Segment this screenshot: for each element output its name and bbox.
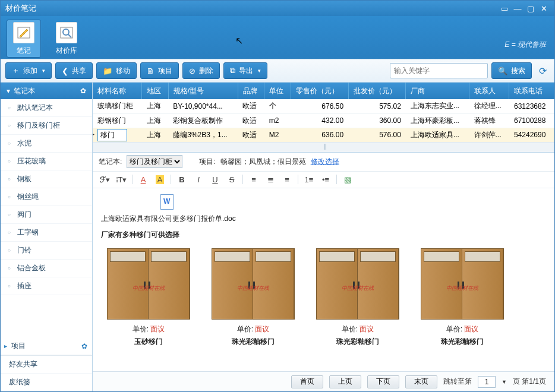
sidebar-item[interactable]: 工字钢 — [1, 224, 92, 242]
refresh-button[interactable]: ⟳ — [535, 64, 550, 78]
note-meta-bar: 笔记本: 移门及移门柜 项目: 畅馨园；凤凰城；假日景苑 修改选择 — [93, 153, 554, 172]
table-header[interactable]: 地区 — [142, 83, 169, 99]
sidebar-item-friendshare[interactable]: 好友共享 — [1, 356, 92, 374]
delete-button[interactable]: ⊘删除 — [182, 62, 220, 79]
highlight-button[interactable]: A — [154, 173, 166, 185]
table-header[interactable]: 批发价（元） — [348, 83, 406, 99]
maximize-button[interactable]: ▢ — [525, 4, 537, 13]
door-item[interactable]: 中国建材在线单价: 面议珠光彩釉移门 — [212, 248, 295, 347]
align-left-button[interactable]: ≡ — [248, 173, 260, 185]
project-value: 畅馨园；凤凰城；假日景苑 — [220, 157, 306, 167]
sidebar-item[interactable]: 水泥 — [1, 135, 92, 153]
table-header[interactable]: 联系电话 — [509, 83, 554, 99]
word-doc-icon[interactable] — [160, 194, 174, 210]
bold-button[interactable]: B — [176, 173, 188, 185]
search-input[interactable] — [390, 63, 488, 78]
tray-button[interactable]: ▭ — [499, 4, 510, 13]
main-area: ▾ 笔记本 ✿ 默认笔记本移门及移门柜水泥压花玻璃钢板钢丝绳阀门工字钢门铃铝合金… — [1, 83, 554, 391]
font-color-button[interactable]: A — [137, 173, 149, 185]
editor-body[interactable]: 上海欧适家具有限公司更多移门报价单.doc 厂家有多种移门可供选择 中国建材在线… — [93, 188, 554, 372]
table-row[interactable]: 玻璃移门柜上海BY-10,900*44...欧适个676.50575.02上海东… — [93, 99, 554, 113]
prev-page-button[interactable]: 上页 — [329, 375, 361, 388]
sidebar-header-notebook[interactable]: ▾ 笔记本 ✿ — [1, 83, 92, 99]
door-price: 单价: 面议 — [133, 324, 165, 334]
sidebar-item[interactable]: 钢丝绳 — [1, 188, 92, 206]
notebook-label: 笔记本: — [99, 157, 122, 167]
last-page-button[interactable]: 末页 — [405, 375, 437, 388]
sidebar-item[interactable]: 移门及移门柜 — [1, 117, 92, 135]
notebook-select[interactable]: 移门及移门柜 — [127, 155, 182, 168]
strikethrough-button[interactable]: S — [226, 173, 238, 185]
door-item[interactable]: 中国建材在线单价: 面议珠光彩釉移门 — [316, 248, 399, 347]
gear-icon[interactable]: ✿ — [80, 87, 86, 95]
add-button[interactable]: ＋添加▾ — [5, 62, 52, 79]
sidebar-item[interactable]: 钢板 — [1, 170, 92, 188]
search-icon: 🔍 — [498, 67, 507, 75]
sidebar-item[interactable]: 门铃 — [1, 242, 92, 260]
ribbon-tab-label: 笔记 — [17, 46, 31, 56]
table-header[interactable]: 厂商 — [406, 83, 469, 99]
modify-selection-link[interactable]: 修改选择 — [311, 157, 339, 167]
insert-image-button[interactable]: ▧ — [342, 173, 354, 185]
project-button[interactable]: 🗎项目 — [140, 62, 179, 79]
sidebar-list: 默认笔记本移门及移门柜水泥压花玻璃钢板钢丝绳阀门工字钢门铃铝合金板插座 — [1, 99, 92, 337]
sidebar-item-project[interactable]: 项目 ✿ — [1, 337, 92, 355]
table-header[interactable]: 单位 — [264, 83, 291, 99]
sidebar-bottom: 好友共享 废纸篓 — [1, 355, 92, 391]
font-size-button[interactable]: ⁞T▾ — [115, 173, 127, 185]
sidebar-item-trash[interactable]: 废纸篓 — [1, 374, 92, 391]
chevron-down-icon: ▾ — [258, 68, 261, 74]
sidebar-item[interactable]: 插座 — [1, 277, 92, 295]
project-label: 项目: — [199, 157, 215, 167]
close-button[interactable]: ✕ — [538, 4, 550, 13]
list-ordered-button[interactable]: 1≡ — [303, 173, 315, 185]
sidebar-item[interactable]: 阀门 — [1, 206, 92, 224]
table-header[interactable]: 零售价（元） — [291, 83, 348, 99]
door-image: 中国建材在线 — [316, 248, 399, 320]
list-bullet-button[interactable]: •≡ — [320, 173, 332, 185]
chevron-down-icon: ▾ — [42, 68, 45, 74]
minimize-button[interactable]: — — [512, 4, 524, 13]
main-toolbar: ＋添加▾ ❮共享 📁移动 🗎项目 ⊘删除 ⧉导出▾ 🔍搜索 ⟳ — [1, 59, 554, 83]
editor-toolbar: ℱ▾ ⁞T▾ A A B I U S ≡ ≣ ≡ 1≡ •≡ ▧ — [93, 172, 554, 188]
first-page-button[interactable]: 首页 — [291, 375, 323, 388]
library-icon — [56, 22, 77, 43]
export-button[interactable]: ⧉导出▾ — [223, 62, 267, 79]
table-row[interactable]: 彩钢移门上海彩钢复合板制作欧适m2432.00360.00上海环豪彩板...蒋祺… — [93, 113, 554, 128]
sidebar-header-label: 笔记本 — [14, 86, 35, 96]
next-page-button[interactable]: 下页 — [367, 375, 399, 388]
ribbon: 笔记 材价库 ↖ E = 现代鲁班 — [1, 16, 554, 59]
move-button[interactable]: 📁移动 — [96, 62, 137, 79]
door-item[interactable]: 中国建材在线单价: 面议珠光彩釉移门 — [421, 248, 504, 347]
table-header[interactable]: 联系人 — [469, 83, 509, 99]
page-input[interactable] — [478, 376, 496, 388]
sidebar-item[interactable]: 默认笔记本 — [1, 99, 92, 117]
underline-button[interactable]: U — [209, 173, 221, 185]
ribbon-tab-notes[interactable]: 笔记 — [7, 20, 41, 58]
door-item[interactable]: 中国建材在线单价: 面议玉砂移门 — [107, 248, 190, 347]
folder-icon: 📁 — [103, 67, 112, 75]
gear-icon[interactable]: ✿ — [81, 342, 87, 350]
italic-button[interactable]: I — [193, 173, 204, 185]
sidebar: ▾ 笔记本 ✿ 默认笔记本移门及移门柜水泥压花玻璃钢板钢丝绳阀门工字钢门铃铝合金… — [1, 83, 93, 391]
share-button[interactable]: ❮共享 — [55, 62, 93, 79]
table-row[interactable]: ▸移门上海藤编3%2B3，1...欧适M2636.00576.00上海欧适家具.… — [93, 128, 554, 142]
align-center-button[interactable]: ≣ — [264, 173, 276, 185]
sidebar-item[interactable]: 压花玻璃 — [1, 153, 92, 170]
table-header[interactable]: 规格/型号 — [168, 83, 238, 99]
align-right-button[interactable]: ≡ — [281, 173, 293, 185]
door-gallery: 中国建材在线单价: 面议玉砂移门中国建材在线单价: 面议珠光彩釉移门中国建材在线… — [101, 246, 546, 349]
table-header[interactable]: 材料名称 — [93, 83, 142, 99]
ribbon-tab-library[interactable]: 材价库 — [49, 20, 84, 58]
share-icon: ❮ — [62, 67, 68, 75]
plus-icon: ＋ — [12, 65, 20, 76]
table-header[interactable]: 品牌 — [238, 83, 264, 99]
content-area: 材料名称地区规格/型号品牌单位零售价（元）批发价（元）厂商联系人联系电话 玻璃移… — [93, 83, 554, 391]
font-family-button[interactable]: ℱ▾ — [99, 173, 111, 185]
ribbon-tab-label: 材价库 — [56, 46, 77, 56]
search-button[interactable]: 🔍搜索 — [491, 62, 532, 79]
horizontal-scrollbar[interactable] — [93, 143, 554, 152]
doc-icon: 🗎 — [147, 67, 154, 75]
sidebar-item[interactable]: 铝合金板 — [1, 260, 92, 277]
title-bar: 材价笔记 ▭ — ▢ ✕ — [1, 1, 554, 16]
